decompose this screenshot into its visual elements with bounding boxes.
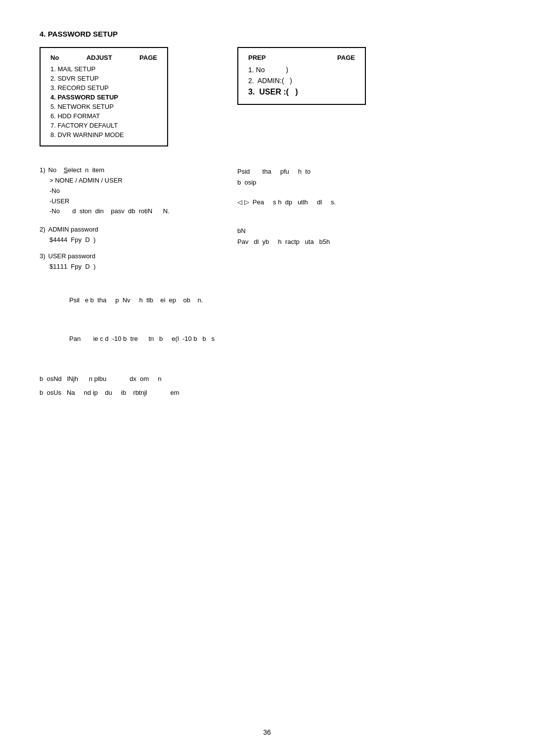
item1-number: 1) [40,166,45,174]
item1-left: 1) No Select n item > NONE / ADMIN / USE… [40,166,227,217]
note-text-1: Psil e b tha p Nv h tlb ei ep ob n. [69,295,494,306]
left-menu-item-4: 4. PASSWORD SETUP [50,93,157,102]
item2-default: $4444 Fpy D ) [49,235,227,245]
left-menu-item-1: 1. MAIL SETUP [50,64,157,74]
left-menu-item-5: 5. NETWORK SETUP [50,102,157,111]
left-menu-col1: No [50,54,59,61]
item1-right-text2: b osip [237,177,494,188]
left-menu-header: No ADJUST PAGE [50,54,157,61]
item1-header: 1) No Select n item [40,166,227,174]
bottom-note-1-text: b osNd lNjh n plbu dx om n [40,373,161,384]
left-menu-item-6: 6. HDD FORMAT [50,111,157,121]
item2-right: bN Pav dl yb h ractp uta b5h [227,226,494,247]
item1-label: No Select n item [48,166,104,174]
item2-right-text2: Pav dl yb h ractp uta b5h [237,236,494,247]
right-menu-item-3: 3. USER :( ) [248,86,355,98]
left-menu-col3: PAGE [139,54,157,61]
left-menu-item-8: 8. DVR WARNINP MODE [50,130,157,140]
item2-right-text1: bN [237,226,494,236]
item3-row: 3) USER password [40,252,494,260]
item1-sub1: > NONE / ADMIN / USER [49,176,227,186]
item2-header: 2) ADMIN password [40,226,227,233]
left-menu-col2: ADJUST [87,54,112,61]
page-number: 36 [263,728,271,736]
item3-number: 3) [40,252,45,260]
bottom-notes: b osNd lNjh n plbu dx om n b osUs Na nd … [40,373,494,398]
right-menu-col1: PREP [248,54,266,61]
left-menu-item-2: 2. SDVR SETUP [50,74,157,83]
section-title: 4. PASSWORD SETUP [40,30,494,38]
left-menu-box: No ADJUST PAGE 1. MAIL SETUP 2. SDVR SET… [40,47,168,146]
right-menu-wrapper: PREP PAGE 1. No ) 2. ADMIN:( ) 3. USER :… [237,47,366,105]
left-menu-item-7: 7. FACTORY DEFAULT [50,121,157,130]
bottom-note-2: b osUs Na nd ip du ib rbtnjl em [40,387,494,398]
item2-left: 2) ADMIN password $4444 Fpy D ) [40,226,227,247]
item2-row: 2) ADMIN password $4444 Fpy D ) bN Pav d… [40,226,494,247]
right-menu-item-1: 1. No ) [248,64,355,75]
right-menu-header: PREP PAGE [248,54,355,61]
menus-row: No ADJUST PAGE 1. MAIL SETUP 2. SDVR SET… [40,47,494,146]
left-menu-item-3: 3. RECORD SETUP [50,83,157,93]
item1-sub2: -No [49,186,227,196]
right-menu-box: PREP PAGE 1. No ) 2. ADMIN:( ) 3. USER :… [237,47,366,105]
right-menu-item-2: 2. ADMIN:( ) [248,75,355,86]
item1-right: Psid tha pfu h to b osip ◁ ▷ Pea s h dp … [227,166,494,217]
bottom-note-2-text: b osUs Na nd ip du ib rbtnjl em [40,387,179,398]
content-section: 1) No Select n item > NONE / ADMIN / USE… [40,166,494,398]
item3-label: USER password [48,252,95,260]
right-menu-col2: PAGE [337,54,355,61]
item1-right-text3: ◁ ▷ Pea s h dp utlh dl s. [237,197,494,208]
page-container: 4. PASSWORD SETUP No ADJUST PAGE 1. MAIL… [0,0,534,756]
item2-number: 2) [40,226,45,233]
note-text-2: Pan ie c d -10 b tre tn b e(l -10 b b s [69,333,494,344]
item3-default: $1111 Fpy D ) [49,262,494,272]
item1-row: 1) No Select n item > NONE / ADMIN / USE… [40,166,494,217]
item1-sub4: -No d ston din pasv db rotiN N. [49,206,227,217]
item1-sub3: -USER [49,196,227,207]
item1-right-text1: Psid tha pfu h to [237,166,494,177]
bottom-note-1: b osNd lNjh n plbu dx om n [40,373,494,384]
item2-label: ADMIN password [48,226,98,233]
